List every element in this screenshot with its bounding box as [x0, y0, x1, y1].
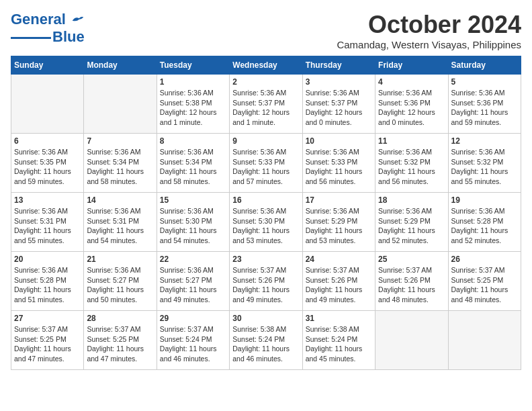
day-info: Sunrise: 5:38 AM Sunset: 5:24 PM Dayligh…: [306, 324, 372, 364]
day-info: Sunrise: 5:36 AM Sunset: 5:32 PM Dayligh…: [451, 147, 518, 187]
day-number: 29: [160, 314, 226, 323]
calendar-header-monday: Monday: [84, 56, 157, 75]
day-info: Sunrise: 5:36 AM Sunset: 5:34 PM Dayligh…: [87, 147, 153, 187]
day-number: 24: [306, 255, 372, 264]
calendar-cell: 15Sunrise: 5:36 AM Sunset: 5:30 PM Dayli…: [157, 193, 229, 252]
calendar-cell: 28Sunrise: 5:37 AM Sunset: 5:25 PM Dayli…: [84, 311, 157, 370]
calendar-week-2: 6Sunrise: 5:36 AM Sunset: 5:35 PM Daylig…: [11, 134, 521, 193]
day-info: Sunrise: 5:36 AM Sunset: 5:36 PM Dayligh…: [451, 88, 518, 128]
calendar-table: SundayMondayTuesdayWednesdayThursdayFrid…: [11, 56, 521, 370]
day-number: 18: [378, 195, 445, 205]
day-number: 10: [306, 136, 372, 146]
day-number: 28: [87, 314, 153, 323]
logo-bird-icon: [71, 15, 85, 24]
calendar-week-4: 20Sunrise: 5:36 AM Sunset: 5:28 PM Dayli…: [11, 252, 521, 311]
calendar-cell: 7Sunrise: 5:36 AM Sunset: 5:34 PM Daylig…: [84, 134, 157, 193]
calendar-cell: 9Sunrise: 5:36 AM Sunset: 5:33 PM Daylig…: [230, 134, 302, 193]
day-number: 26: [451, 255, 518, 264]
day-info: Sunrise: 5:36 AM Sunset: 5:33 PM Dayligh…: [232, 147, 299, 187]
day-info: Sunrise: 5:37 AM Sunset: 5:25 PM Dayligh…: [87, 324, 153, 364]
logo-general: General: [11, 11, 66, 28]
day-number: 16: [232, 195, 299, 205]
calendar-cell: 13Sunrise: 5:36 AM Sunset: 5:31 PM Dayli…: [11, 193, 84, 252]
day-number: 1: [160, 77, 226, 87]
day-info: Sunrise: 5:36 AM Sunset: 5:30 PM Dayligh…: [160, 206, 226, 246]
calendar-week-1: 1Sunrise: 5:36 AM Sunset: 5:38 PM Daylig…: [11, 75, 521, 134]
day-info: Sunrise: 5:36 AM Sunset: 5:29 PM Dayligh…: [306, 206, 372, 246]
day-number: 5: [451, 77, 518, 87]
calendar-cell: 23Sunrise: 5:37 AM Sunset: 5:26 PM Dayli…: [230, 252, 302, 311]
day-info: Sunrise: 5:36 AM Sunset: 5:29 PM Dayligh…: [378, 206, 445, 246]
calendar-cell: 26Sunrise: 5:37 AM Sunset: 5:25 PM Dayli…: [448, 252, 521, 311]
calendar-cell: 18Sunrise: 5:36 AM Sunset: 5:29 PM Dayli…: [375, 193, 448, 252]
logo-blue-text: Blue: [52, 28, 85, 46]
calendar-header-sunday: Sunday: [11, 56, 84, 75]
day-info: Sunrise: 5:36 AM Sunset: 5:38 PM Dayligh…: [160, 88, 226, 128]
day-number: 31: [306, 314, 372, 323]
day-number: 7: [87, 136, 153, 146]
calendar-cell: 20Sunrise: 5:36 AM Sunset: 5:28 PM Dayli…: [11, 252, 84, 311]
calendar-cell: [448, 311, 521, 370]
day-number: 13: [14, 195, 81, 205]
calendar-week-3: 13Sunrise: 5:36 AM Sunset: 5:31 PM Dayli…: [11, 193, 521, 252]
calendar-cell: 3Sunrise: 5:36 AM Sunset: 5:37 PM Daylig…: [302, 75, 375, 134]
logo: General Blue: [11, 11, 85, 46]
day-info: Sunrise: 5:37 AM Sunset: 5:26 PM Dayligh…: [306, 265, 372, 305]
calendar-cell: 12Sunrise: 5:36 AM Sunset: 5:32 PM Dayli…: [448, 134, 521, 193]
day-info: Sunrise: 5:37 AM Sunset: 5:25 PM Dayligh…: [451, 265, 518, 305]
calendar-cell: 16Sunrise: 5:36 AM Sunset: 5:30 PM Dayli…: [230, 193, 302, 252]
day-info: Sunrise: 5:36 AM Sunset: 5:37 PM Dayligh…: [232, 88, 299, 128]
calendar-header-friday: Friday: [375, 56, 448, 75]
calendar-header-thursday: Thursday: [302, 56, 375, 75]
day-number: 12: [451, 136, 518, 146]
day-number: 22: [160, 255, 226, 264]
calendar-cell: 30Sunrise: 5:38 AM Sunset: 5:24 PM Dayli…: [230, 311, 302, 370]
month-title: October 2024: [337, 11, 521, 39]
day-info: Sunrise: 5:36 AM Sunset: 5:31 PM Dayligh…: [87, 206, 153, 246]
calendar-cell: 10Sunrise: 5:36 AM Sunset: 5:33 PM Dayli…: [302, 134, 375, 193]
calendar-cell: 14Sunrise: 5:36 AM Sunset: 5:31 PM Dayli…: [84, 193, 157, 252]
location-subtitle: Camandag, Western Visayas, Philippines: [337, 39, 521, 50]
day-info: Sunrise: 5:36 AM Sunset: 5:34 PM Dayligh…: [160, 147, 226, 187]
calendar-cell: 1Sunrise: 5:36 AM Sunset: 5:38 PM Daylig…: [157, 75, 229, 134]
page-header: General Blue October 2024 Camandag, West…: [11, 11, 521, 50]
day-info: Sunrise: 5:36 AM Sunset: 5:31 PM Dayligh…: [14, 206, 81, 246]
calendar-header-saturday: Saturday: [448, 56, 521, 75]
day-number: 2: [232, 77, 299, 87]
calendar-header-wednesday: Wednesday: [230, 56, 302, 75]
day-number: 19: [451, 195, 518, 205]
calendar-cell: 11Sunrise: 5:36 AM Sunset: 5:32 PM Dayli…: [375, 134, 448, 193]
day-number: 21: [87, 255, 153, 264]
day-number: 23: [232, 255, 299, 264]
day-number: 17: [306, 195, 372, 205]
day-info: Sunrise: 5:36 AM Sunset: 5:27 PM Dayligh…: [87, 265, 153, 305]
calendar-cell: 27Sunrise: 5:37 AM Sunset: 5:25 PM Dayli…: [11, 311, 84, 370]
day-number: 25: [378, 255, 445, 264]
day-number: 8: [160, 136, 226, 146]
day-info: Sunrise: 5:36 AM Sunset: 5:32 PM Dayligh…: [378, 147, 445, 187]
day-number: 6: [14, 136, 81, 146]
day-info: Sunrise: 5:37 AM Sunset: 5:24 PM Dayligh…: [160, 324, 226, 364]
day-info: Sunrise: 5:37 AM Sunset: 5:26 PM Dayligh…: [232, 265, 299, 305]
day-number: 3: [306, 77, 372, 87]
calendar-cell: 22Sunrise: 5:36 AM Sunset: 5:27 PM Dayli…: [157, 252, 229, 311]
day-info: Sunrise: 5:36 AM Sunset: 5:37 PM Dayligh…: [306, 88, 372, 128]
calendar-cell: [84, 75, 157, 134]
calendar-cell: 21Sunrise: 5:36 AM Sunset: 5:27 PM Dayli…: [84, 252, 157, 311]
day-number: 15: [160, 195, 226, 205]
calendar-cell: 19Sunrise: 5:36 AM Sunset: 5:28 PM Dayli…: [448, 193, 521, 252]
day-number: 14: [87, 195, 153, 205]
title-section: October 2024 Camandag, Western Visayas, …: [337, 11, 521, 50]
calendar-header-row: SundayMondayTuesdayWednesdayThursdayFrid…: [11, 56, 521, 75]
day-number: 27: [14, 314, 81, 323]
logo-text: General: [11, 11, 85, 28]
calendar-cell: [375, 311, 448, 370]
day-info: Sunrise: 5:36 AM Sunset: 5:33 PM Dayligh…: [306, 147, 372, 187]
calendar-cell: 25Sunrise: 5:37 AM Sunset: 5:26 PM Dayli…: [375, 252, 448, 311]
calendar-cell: 4Sunrise: 5:36 AM Sunset: 5:36 PM Daylig…: [375, 75, 448, 134]
calendar-cell: 31Sunrise: 5:38 AM Sunset: 5:24 PM Dayli…: [302, 311, 375, 370]
calendar-cell: 6Sunrise: 5:36 AM Sunset: 5:35 PM Daylig…: [11, 134, 84, 193]
day-number: 11: [378, 136, 445, 146]
calendar-header-tuesday: Tuesday: [157, 56, 229, 75]
day-info: Sunrise: 5:36 AM Sunset: 5:28 PM Dayligh…: [451, 206, 518, 246]
